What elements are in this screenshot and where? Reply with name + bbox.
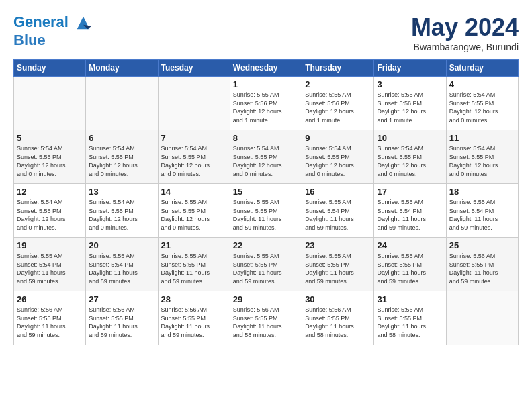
day-info: Sunrise: 5:54 AM Sunset: 5:55 PM Dayligh… — [17, 144, 83, 178]
header-cell-thursday: Thursday — [302, 60, 374, 77]
title-block: May 2024 Bwambarangwe, Burundi — [411, 13, 519, 52]
day-number: 6 — [89, 133, 154, 143]
month-title: May 2024 — [411, 13, 519, 42]
day-cell: 20Sunrise: 5:55 AM Sunset: 5:54 PM Dayli… — [86, 238, 158, 291]
day-info: Sunrise: 5:55 AM Sunset: 5:54 PM Dayligh… — [449, 198, 515, 232]
day-cell: 7Sunrise: 5:54 AM Sunset: 5:55 PM Daylig… — [158, 130, 230, 184]
day-number: 25 — [449, 240, 515, 250]
day-cell: 18Sunrise: 5:55 AM Sunset: 5:54 PM Dayli… — [446, 184, 518, 238]
day-cell: 2Sunrise: 5:55 AM Sunset: 5:56 PM Daylig… — [302, 77, 374, 130]
page-header: General Blue May 2024 Bwambarangwe, Buru… — [13, 13, 519, 52]
day-cell: 22Sunrise: 5:55 AM Sunset: 5:55 PM Dayli… — [230, 238, 302, 291]
day-number: 12 — [17, 187, 83, 197]
day-info: Sunrise: 5:54 AM Sunset: 5:55 PM Dayligh… — [305, 144, 371, 178]
day-cell: 28Sunrise: 5:56 AM Sunset: 5:55 PM Dayli… — [158, 291, 230, 345]
day-cell: 24Sunrise: 5:55 AM Sunset: 5:55 PM Dayli… — [374, 238, 446, 291]
day-number: 27 — [89, 294, 154, 304]
subtitle: Bwambarangwe, Burundi — [411, 42, 519, 52]
day-cell: 25Sunrise: 5:56 AM Sunset: 5:55 PM Dayli… — [446, 238, 518, 291]
day-number: 14 — [161, 187, 227, 197]
day-number: 4 — [449, 79, 515, 89]
day-cell: 14Sunrise: 5:55 AM Sunset: 5:55 PM Dayli… — [158, 184, 230, 238]
day-cell — [158, 77, 230, 130]
day-cell: 16Sunrise: 5:55 AM Sunset: 5:54 PM Dayli… — [302, 184, 374, 238]
day-number: 23 — [305, 240, 371, 250]
day-number: 22 — [233, 240, 299, 250]
week-row-3: 12Sunrise: 5:54 AM Sunset: 5:55 PM Dayli… — [14, 184, 519, 238]
day-cell: 26Sunrise: 5:56 AM Sunset: 5:55 PM Dayli… — [14, 291, 86, 345]
day-cell: 13Sunrise: 5:54 AM Sunset: 5:55 PM Dayli… — [86, 184, 158, 238]
day-info: Sunrise: 5:55 AM Sunset: 5:55 PM Dayligh… — [233, 198, 299, 232]
day-info: Sunrise: 5:55 AM Sunset: 5:55 PM Dayligh… — [161, 198, 227, 232]
day-info: Sunrise: 5:56 AM Sunset: 5:55 PM Dayligh… — [449, 252, 515, 285]
day-cell — [14, 77, 86, 130]
logo-line2: Blue — [13, 32, 93, 48]
day-number: 20 — [89, 240, 154, 250]
day-cell: 12Sunrise: 5:54 AM Sunset: 5:55 PM Dayli… — [14, 184, 86, 238]
day-number: 24 — [377, 240, 443, 250]
week-row-2: 5Sunrise: 5:54 AM Sunset: 5:55 PM Daylig… — [14, 130, 519, 184]
day-info: Sunrise: 5:54 AM Sunset: 5:55 PM Dayligh… — [233, 144, 299, 178]
week-row-1: 1Sunrise: 5:55 AM Sunset: 5:56 PM Daylig… — [14, 77, 519, 130]
day-number: 17 — [377, 187, 443, 197]
day-number: 13 — [89, 187, 154, 197]
day-info: Sunrise: 5:55 AM Sunset: 5:54 PM Dayligh… — [377, 198, 443, 232]
day-number: 9 — [305, 133, 371, 143]
day-info: Sunrise: 5:55 AM Sunset: 5:55 PM Dayligh… — [305, 252, 371, 285]
day-cell: 11Sunrise: 5:54 AM Sunset: 5:55 PM Dayli… — [446, 130, 518, 184]
day-info: Sunrise: 5:56 AM Sunset: 5:55 PM Dayligh… — [17, 306, 83, 339]
day-cell: 17Sunrise: 5:55 AM Sunset: 5:54 PM Dayli… — [374, 184, 446, 238]
day-number: 5 — [17, 133, 83, 143]
day-cell: 9Sunrise: 5:54 AM Sunset: 5:55 PM Daylig… — [302, 130, 374, 184]
day-info: Sunrise: 5:54 AM Sunset: 5:55 PM Dayligh… — [89, 144, 154, 178]
day-number: 10 — [377, 133, 443, 143]
day-info: Sunrise: 5:54 AM Sunset: 5:55 PM Dayligh… — [89, 198, 154, 232]
day-info: Sunrise: 5:55 AM Sunset: 5:56 PM Dayligh… — [305, 91, 371, 124]
header-cell-tuesday: Tuesday — [158, 60, 230, 77]
day-info: Sunrise: 5:56 AM Sunset: 5:55 PM Dayligh… — [89, 306, 154, 339]
day-cell: 19Sunrise: 5:55 AM Sunset: 5:54 PM Dayli… — [14, 238, 86, 291]
day-info: Sunrise: 5:56 AM Sunset: 5:55 PM Dayligh… — [233, 306, 299, 339]
day-info: Sunrise: 5:55 AM Sunset: 5:54 PM Dayligh… — [17, 252, 83, 285]
day-info: Sunrise: 5:54 AM Sunset: 5:55 PM Dayligh… — [377, 144, 443, 178]
header-row: SundayMondayTuesdayWednesdayThursdayFrid… — [14, 60, 519, 77]
day-info: Sunrise: 5:55 AM Sunset: 5:55 PM Dayligh… — [233, 252, 299, 285]
day-number: 31 — [377, 294, 443, 304]
calendar-body: 1Sunrise: 5:55 AM Sunset: 5:56 PM Daylig… — [14, 77, 519, 345]
day-number: 15 — [233, 187, 299, 197]
day-number: 2 — [305, 79, 371, 89]
day-info: Sunrise: 5:54 AM Sunset: 5:55 PM Dayligh… — [449, 144, 515, 178]
day-info: Sunrise: 5:54 AM Sunset: 5:55 PM Dayligh… — [161, 144, 227, 178]
day-info: Sunrise: 5:56 AM Sunset: 5:55 PM Dayligh… — [161, 306, 227, 339]
logo-text: General — [13, 13, 93, 32]
header-cell-sunday: Sunday — [14, 60, 86, 77]
day-number: 7 — [161, 133, 227, 143]
day-cell: 21Sunrise: 5:55 AM Sunset: 5:55 PM Dayli… — [158, 238, 230, 291]
day-number: 29 — [233, 294, 299, 304]
header-cell-monday: Monday — [86, 60, 158, 77]
day-info: Sunrise: 5:56 AM Sunset: 5:55 PM Dayligh… — [377, 306, 443, 339]
day-cell: 10Sunrise: 5:54 AM Sunset: 5:55 PM Dayli… — [374, 130, 446, 184]
day-number: 19 — [17, 240, 83, 250]
day-cell: 15Sunrise: 5:55 AM Sunset: 5:55 PM Dayli… — [230, 184, 302, 238]
day-cell: 8Sunrise: 5:54 AM Sunset: 5:55 PM Daylig… — [230, 130, 302, 184]
day-info: Sunrise: 5:55 AM Sunset: 5:55 PM Dayligh… — [161, 252, 227, 285]
day-number: 16 — [305, 187, 371, 197]
logo: General Blue — [13, 13, 93, 48]
day-cell: 3Sunrise: 5:55 AM Sunset: 5:56 PM Daylig… — [374, 77, 446, 130]
header-cell-wednesday: Wednesday — [230, 60, 302, 77]
day-cell: 5Sunrise: 5:54 AM Sunset: 5:55 PM Daylig… — [14, 130, 86, 184]
day-info: Sunrise: 5:55 AM Sunset: 5:54 PM Dayligh… — [305, 198, 371, 232]
week-row-4: 19Sunrise: 5:55 AM Sunset: 5:54 PM Dayli… — [14, 238, 519, 291]
day-number: 18 — [449, 187, 515, 197]
header-cell-saturday: Saturday — [446, 60, 518, 77]
day-cell — [86, 77, 158, 130]
day-info: Sunrise: 5:55 AM Sunset: 5:54 PM Dayligh… — [89, 252, 154, 285]
week-row-5: 26Sunrise: 5:56 AM Sunset: 5:55 PM Dayli… — [14, 291, 519, 345]
day-number: 3 — [377, 79, 443, 89]
calendar-header: SundayMondayTuesdayWednesdayThursdayFrid… — [14, 60, 519, 77]
day-info: Sunrise: 5:55 AM Sunset: 5:56 PM Dayligh… — [233, 91, 299, 124]
day-number: 11 — [449, 133, 515, 143]
day-number: 8 — [233, 133, 299, 143]
day-cell: 31Sunrise: 5:56 AM Sunset: 5:55 PM Dayli… — [374, 291, 446, 345]
